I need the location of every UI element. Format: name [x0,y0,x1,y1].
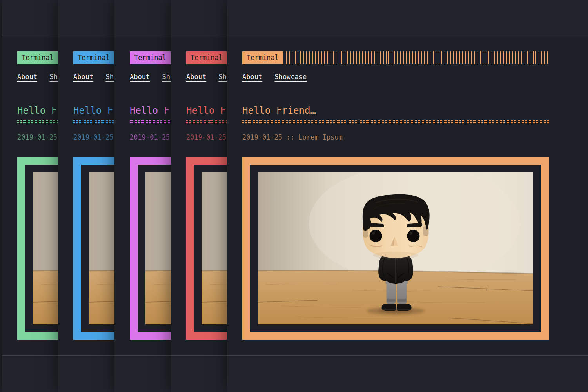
framed-photo [242,157,549,340]
header-bars-decoration [286,51,549,64]
nav-link-about[interactable]: About [242,73,262,81]
site-logo-badge[interactable]: Terminal [186,51,227,64]
post-title-separator [242,120,549,123]
nav-link-about[interactable]: About [73,73,93,81]
nav-link-about[interactable]: About [186,73,206,81]
site-window-orange: Terminal About Showcase Hello Friend… 20… [227,0,588,392]
window-content: Terminal About Showcase Hello Friend… 20… [242,36,549,355]
site-header: Terminal [242,51,549,64]
site-logo-badge[interactable]: Terminal [73,51,114,64]
funko-pop-photo [258,172,533,324]
nav-link-showcase[interactable]: Showcase [274,73,307,81]
nav-link-about[interactable]: About [17,73,37,81]
window-bottom-band [227,355,588,392]
post-title[interactable]: Hello Friend… [242,106,316,115]
main-nav: About Showcase [242,73,315,81]
window-top-band [227,0,588,36]
site-logo-badge[interactable]: Terminal [17,51,58,64]
post-meta: 2019-01-25 :: Lorem Ipsum [242,133,343,141]
site-logo-badge[interactable]: Terminal [130,51,171,64]
nav-link-about[interactable]: About [130,73,150,81]
site-logo-badge[interactable]: Terminal [242,51,283,64]
